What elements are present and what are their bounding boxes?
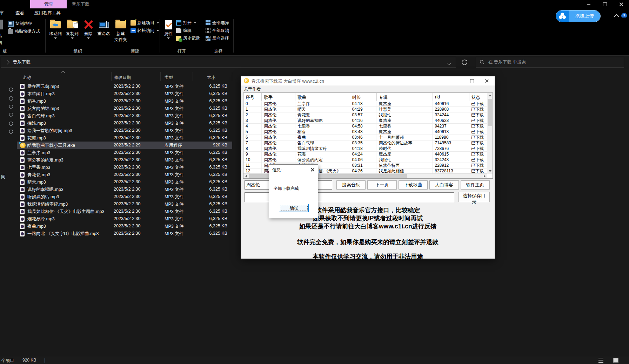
file-row[interactable]: 我落泪情绪零碎.mp32023/5/2 2:30MP3 文件6,325 KB	[17, 200, 232, 208]
app-titlebar[interactable]: K 音乐搜索下载器 大白博客 www.c1i.cn	[241, 76, 495, 85]
pin-icon[interactable]	[8, 129, 14, 135]
song-row[interactable]: 7周杰伦告白气球03:35周杰伦的床边故事7149583已下载	[243, 140, 487, 146]
select-all-button[interactable]: 全部选择	[206, 20, 229, 26]
tab-manage[interactable]: 管理	[30, 0, 67, 8]
dialog-close-icon[interactable]	[310, 168, 314, 172]
scroll-right-icon[interactable]	[482, 174, 487, 178]
song-column-header[interactable]: 歌手	[262, 93, 295, 101]
refresh-icon[interactable]	[461, 59, 468, 66]
pin-icon[interactable]	[8, 121, 14, 126]
column-name[interactable]: 名称	[23, 75, 31, 81]
song-column-header[interactable]: 专辑	[377, 93, 433, 101]
column-size[interactable]: 大小	[207, 75, 215, 81]
file-row[interactable]: 爱在西元前.mp32023/5/2 2:30MP3 文件6,325 KB	[17, 83, 232, 90]
song-column-header[interactable]: 歌曲	[295, 93, 350, 101]
close-button[interactable]	[613, 0, 629, 8]
file-row[interactable]: 蒲公英的约定.mp32023/5/2 2:30MP3 文件6,325 KB	[17, 156, 232, 164]
column-date[interactable]: 修改日期	[114, 75, 131, 81]
pin-icon[interactable]	[8, 104, 14, 110]
file-row[interactable]: K酷我歌曲下载小工具.exe2023/5/2 2:29应用程序920 KB	[17, 142, 232, 149]
ok-button[interactable]: 确定	[279, 204, 309, 212]
nav-item-fragment[interactable]: 间	[1, 174, 6, 180]
song-column-header[interactable]: 状态	[469, 93, 488, 101]
new-item-button[interactable]: 新建项目	[131, 20, 159, 26]
scroll-left-icon[interactable]	[243, 174, 249, 178]
details-view-button[interactable]	[596, 357, 605, 363]
edit-button[interactable]: 编辑	[176, 27, 192, 34]
scroll-up-icon[interactable]	[487, 93, 493, 98]
file-row[interactable]: 我是如此相信-《天火》电影主题曲.mp32023/5/2 2:30MP3 文件6…	[17, 208, 232, 215]
app-close-button[interactable]	[479, 76, 494, 85]
properties-button[interactable]: 属性	[161, 18, 175, 39]
history-button[interactable]: 历史记录	[176, 35, 200, 41]
file-row[interactable]: 给我一首歌的时间.mp32023/5/2 2:30MP3 文件6,325 KB	[17, 127, 232, 134]
scroll-down-icon[interactable]	[487, 169, 493, 174]
file-row[interactable]: 七里香.mp32023/5/2 2:30MP3 文件6,325 KB	[17, 164, 232, 171]
file-row[interactable]: 搁浅.mp32023/5/2 2:30MP3 文件6,325 KB	[17, 119, 232, 127]
song-column-header[interactable]: 序号	[243, 93, 262, 101]
maximize-button[interactable]	[597, 0, 613, 8]
copy-path-button[interactable]: 复制路径	[8, 20, 32, 27]
song-row[interactable]: 6周杰伦夜曲03:46十一月的萧邦118980已下载	[243, 135, 487, 140]
dabai-blog-button[interactable]: 大白博客	[429, 180, 459, 190]
song-column-header[interactable]: rid	[433, 93, 469, 101]
file-row[interactable]: 烟花易冷.mp32023/5/2 2:30MP3 文件6,325 KB	[17, 215, 232, 222]
file-row[interactable]: 夜曲.mp32023/5/2 2:30MP3 文件6,325 KB	[17, 222, 232, 230]
song-row[interactable]: 1周杰伦晴天04:29叶惠美228908已下载	[243, 107, 487, 112]
song-row[interactable]: 10周杰伦蒲公英的约定04:06我很忙324243已下载	[243, 157, 487, 163]
next-page-button[interactable]: 下一页	[367, 180, 396, 190]
tab-view[interactable]: 查看	[15, 8, 24, 18]
vertical-scroll-thumb[interactable]	[488, 99, 492, 126]
software-home-button[interactable]: 软件主页	[461, 180, 490, 190]
choose-save-dir-button[interactable]: 选择保存目录	[459, 192, 490, 202]
file-row[interactable]: 听妈妈的话.mp32023/5/2 2:30MP3 文件6,325 KB	[17, 193, 232, 200]
select-none-button[interactable]: 全部取消	[206, 27, 229, 34]
pin-icon[interactable]	[8, 96, 14, 101]
song-row[interactable]: 3周杰伦说好的幸福呢04:16魔杰座440623已下载	[243, 118, 487, 124]
file-row[interactable]: 晴天.mp32023/5/2 2:30MP3 文件6,325 KB	[17, 178, 232, 186]
app-maximize-button[interactable]	[464, 76, 479, 85]
song-row[interactable]: 4周杰伦七里香04:58七里香94237已下载	[243, 124, 487, 129]
download-songs-button[interactable]: 下载歌曲	[399, 180, 428, 190]
drag-upload-button[interactable]: 拖拽上传	[556, 10, 601, 22]
app-minimize-button[interactable]	[450, 76, 464, 85]
file-row[interactable]: 青花瓷.mp32023/5/2 2:30MP3 文件6,325 KB	[17, 171, 232, 178]
pin-icon[interactable]	[8, 112, 14, 118]
file-row[interactable]: 花海.mp32023/5/2 2:30MP3 文件6,325 KB	[17, 134, 232, 142]
pin-icon[interactable]	[8, 87, 14, 92]
file-row[interactable]: 说好的幸福呢.mp32023/5/2 2:30MP3 文件6,325 KB	[17, 186, 232, 193]
new-folder-button[interactable]: ✦ 新建 文件夹	[112, 18, 130, 43]
song-row[interactable]: 2周杰伦青花瓷03:57我很忙324244已下载	[243, 112, 487, 118]
song-row[interactable]: 5周杰伦稻香03:43魔杰座440613已下载	[243, 129, 487, 135]
song-column-header[interactable]: 时长	[350, 93, 377, 101]
delete-button[interactable]: 删除	[81, 18, 95, 39]
column-type[interactable]: 类型	[165, 75, 173, 81]
paste-button-fragment[interactable]	[0, 20, 3, 29]
icons-view-button[interactable]	[611, 357, 620, 363]
file-row[interactable]: 一路向北-《头文字D》电影插曲.mp32023/5/2 2:30MP3 文件6,…	[17, 230, 232, 237]
tab-app-tools[interactable]: 应用程序工具	[34, 8, 61, 18]
rename-button[interactable]: 重命名	[95, 18, 112, 37]
tab-share[interactable]: 共享	[0, 8, 4, 18]
song-row[interactable]: 9周杰伦花海04:24魔杰座440615已下载	[243, 152, 487, 157]
song-row[interactable]: 8周杰伦我落泪情绪零碎04:18跨时代728676已下载	[243, 146, 487, 152]
search-music-button[interactable]: 搜索音乐	[336, 180, 366, 190]
address-dropdown-icon[interactable]	[447, 61, 451, 65]
search-box[interactable]: 在 音乐下载 中搜索	[476, 57, 624, 68]
song-row[interactable]: 0周杰伦兰亭序04:13魔杰座440616已下载	[243, 101, 487, 107]
file-row[interactable]: 稻香.mp32023/5/2 2:30MP3 文件6,325 KB	[17, 97, 232, 105]
easy-access-button[interactable]: 轻松访问	[131, 27, 159, 34]
about-author-menu[interactable]: 关于作者	[244, 86, 261, 92]
minimize-button[interactable]	[581, 0, 597, 8]
file-row[interactable]: 反方向的钟.mp32023/5/2 2:30MP3 文件6,325 KB	[17, 105, 232, 112]
breadcrumb[interactable]: 音乐下载	[13, 59, 31, 65]
open-button[interactable]: 打开	[176, 20, 196, 26]
move-to-button[interactable]: 移动到	[47, 18, 64, 39]
file-row[interactable]: 本草纲目.mp32023/5/2 2:30MP3 文件6,325 KB	[17, 90, 232, 97]
copy-to-button[interactable]: 复制到	[64, 18, 81, 39]
address-bar[interactable]: 音乐下载	[1, 57, 456, 68]
invert-selection-button[interactable]: 反向选择	[206, 35, 229, 41]
file-row[interactable]: 告白气球.mp32023/5/2 2:30MP3 文件6,325 KB	[17, 112, 232, 119]
paste-shortcut-button[interactable]: 粘贴快捷方式	[8, 28, 40, 34]
file-row[interactable]: 兰亭序.mp32023/5/2 2:30MP3 文件6,325 KB	[17, 149, 232, 156]
